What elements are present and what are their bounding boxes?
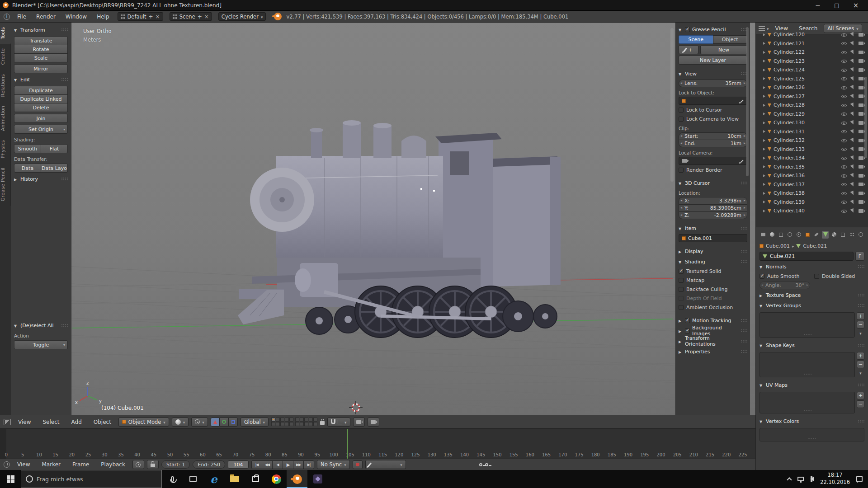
grease-pencil-panel-header[interactable]: Grease Pencil xyxy=(679,25,747,34)
outliner-row[interactable]: Cylinder.136 xyxy=(756,171,868,180)
outliner-scrollbar[interactable] xyxy=(864,77,867,158)
layers-grid-right[interactable] xyxy=(295,418,317,426)
object-name[interactable]: Cylinder.137 xyxy=(774,182,805,188)
selectability-cursor-icon[interactable] xyxy=(850,67,855,73)
view-panel-header[interactable]: View xyxy=(679,69,747,78)
play-reverse-button[interactable] xyxy=(272,460,283,469)
file-explorer-taskbar-button[interactable] xyxy=(224,470,245,488)
viewport-scrollbar[interactable] xyxy=(670,28,674,182)
item-name-field[interactable]: Cube.001 xyxy=(679,234,747,242)
properties-editor-icon[interactable] xyxy=(760,231,767,239)
expand-arrow-icon[interactable] xyxy=(763,165,765,168)
panel-open-icon[interactable] xyxy=(679,225,683,231)
add-vertex-group-button[interactable] xyxy=(857,312,864,320)
panel-open-icon[interactable] xyxy=(14,77,18,83)
grease-pencil-checkbox[interactable] xyxy=(685,27,690,32)
selectability-cursor-icon[interactable] xyxy=(850,41,855,46)
object-name[interactable]: Cylinder.123 xyxy=(774,58,805,64)
translate-manipulator-button[interactable] xyxy=(211,418,220,427)
renderability-camera-icon[interactable] xyxy=(859,183,863,186)
outliner-view-menu[interactable]: View xyxy=(771,24,793,33)
volume-icon[interactable] xyxy=(810,477,814,481)
mirror-button[interactable]: Mirror xyxy=(14,64,68,73)
keying-set-selector[interactable] xyxy=(365,460,406,469)
renderability-camera-icon[interactable] xyxy=(859,103,863,107)
smooth-button[interactable]: Smooth xyxy=(14,144,41,153)
visibility-eye-icon[interactable] xyxy=(841,33,847,37)
taskbar-clock[interactable]: 18:17 22.10.2016 xyxy=(820,472,850,486)
physics-tab-icon[interactable] xyxy=(857,231,864,239)
panel-grip-icon[interactable] xyxy=(858,293,864,297)
visibility-eye-icon[interactable] xyxy=(841,68,847,72)
expand-arrow-icon[interactable] xyxy=(763,113,765,115)
selectability-cursor-icon[interactable] xyxy=(850,129,855,134)
shape-keys-list[interactable] xyxy=(760,352,855,377)
layers-grid-left[interactable] xyxy=(271,418,293,426)
set-origin-button[interactable]: Set Origin xyxy=(14,125,68,134)
lock-object-field[interactable] xyxy=(679,97,747,105)
panel-closed-icon[interactable] xyxy=(679,318,683,324)
renderability-camera-icon[interactable] xyxy=(859,42,863,45)
info-editor-icon[interactable] xyxy=(4,14,10,20)
viewport-shading-selector[interactable] xyxy=(172,418,189,427)
panel-open-icon[interactable] xyxy=(679,71,683,77)
task-view-button[interactable] xyxy=(183,470,203,488)
network-icon[interactable] xyxy=(797,477,804,481)
selectability-cursor-icon[interactable] xyxy=(850,94,855,99)
expand-arrow-icon[interactable] xyxy=(763,60,765,62)
panel-grip-icon[interactable] xyxy=(741,319,747,322)
motion-tracking-panel-header[interactable]: Motion Tracking xyxy=(679,316,747,325)
panel-closed-icon[interactable] xyxy=(679,349,683,355)
background-images-panel-header[interactable]: Background Images xyxy=(679,326,747,335)
visibility-eye-icon[interactable] xyxy=(841,85,847,90)
add-uv-map-button[interactable] xyxy=(857,392,864,399)
menubar-menu[interactable]: Window xyxy=(61,13,91,21)
auto-smooth-row[interactable]: Auto Smooth xyxy=(760,272,810,280)
toggle-dropdown[interactable]: Toggle xyxy=(14,340,68,349)
add-scene-button[interactable] xyxy=(198,14,202,20)
selectability-cursor-icon[interactable] xyxy=(850,103,855,108)
panel-closed-icon[interactable] xyxy=(14,176,18,182)
tool-shelf-tab[interactable]: Tools xyxy=(0,23,11,44)
transform-orientations-panel-header[interactable]: Transform Orientations xyxy=(679,337,747,346)
object-name[interactable]: Cylinder.135 xyxy=(774,164,805,170)
data-button[interactable]: Data xyxy=(14,164,41,173)
flat-button[interactable]: Flat xyxy=(41,144,68,153)
panel-grip-icon[interactable] xyxy=(741,226,747,230)
screen-layout-selector[interactable]: Default xyxy=(118,12,163,21)
timeline-menu[interactable]: View xyxy=(13,460,34,469)
renderability-camera-icon[interactable] xyxy=(859,59,863,63)
timeline-editor-icon[interactable] xyxy=(4,461,10,468)
panel-open-icon[interactable] xyxy=(760,418,764,424)
transform-button[interactable]: Scale xyxy=(14,53,68,62)
visibility-eye-icon[interactable] xyxy=(841,182,847,187)
normals-panel-header[interactable]: Normals xyxy=(760,262,864,271)
delete-layout-button[interactable] xyxy=(156,14,160,20)
renderability-camera-icon[interactable] xyxy=(859,130,863,133)
visibility-eye-icon[interactable] xyxy=(841,174,847,178)
menubar-menu[interactable]: Render xyxy=(32,13,60,21)
orientation-selector[interactable]: Global xyxy=(241,418,269,427)
renderability-camera-icon[interactable] xyxy=(859,94,863,98)
checkbox-icon[interactable] xyxy=(814,274,819,279)
previous-keyframe-button[interactable] xyxy=(262,460,273,469)
current-frame-line[interactable] xyxy=(347,429,348,459)
expand-arrow-icon[interactable] xyxy=(763,69,765,71)
object-name[interactable]: Cylinder.131 xyxy=(774,129,805,135)
angle-slider[interactable]: Angle: 30° xyxy=(760,282,810,289)
clip-start-field[interactable]: Start: 10cm xyxy=(679,132,747,140)
selectability-cursor-icon[interactable] xyxy=(850,32,855,38)
object-name[interactable]: Cylinder.138 xyxy=(774,190,805,196)
vertex-groups-panel-header[interactable]: Vertex Groups xyxy=(760,301,864,310)
checkbox-icon[interactable] xyxy=(760,274,764,279)
object-name[interactable]: Cylinder.125 xyxy=(774,76,805,82)
selectability-cursor-icon[interactable] xyxy=(850,120,855,126)
expand-arrow-icon[interactable] xyxy=(763,139,765,142)
object-name[interactable]: Cylinder.128 xyxy=(774,102,805,108)
frame-end-field[interactable]: End: 250 xyxy=(193,460,225,469)
transform-button[interactable]: Translate xyxy=(14,36,68,45)
world-tab-icon[interactable] xyxy=(795,231,802,239)
object-name[interactable]: Cylinder.126 xyxy=(774,84,805,90)
renderability-camera-icon[interactable] xyxy=(859,209,863,213)
renderability-camera-icon[interactable] xyxy=(859,51,863,54)
